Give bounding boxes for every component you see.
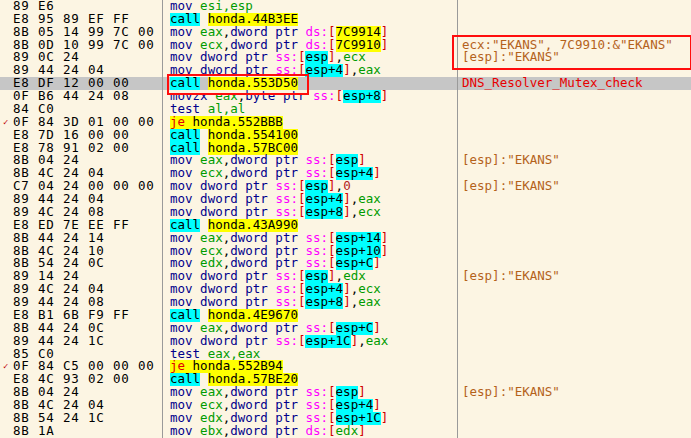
token-m: dword ptr [230,412,305,425]
token-t: honda.552B94 [185,360,283,373]
table-row[interactable]: 89 44 24 04mov dword ptr ss:[esp+4],eax [0,193,691,206]
table-row[interactable]: E8 95 89 EF FFcall honda.44B3EE [0,13,691,26]
token-b: ] [328,51,336,64]
token-c: call [170,129,200,142]
token-h: esp [336,386,359,399]
table-row[interactable]: 8B 54 24 1Cmov edx,dword ptr ss:[esp+1C] [0,412,691,425]
token-r: edx [336,425,359,438]
token-s: ss: [275,180,298,193]
token-h: esp+4 [336,399,374,412]
table-row[interactable]: 8B 1Amov ebx,dword ptr ds:[edx] [0,425,691,438]
table-row[interactable]: 89 14 24mov dword ptr ss:[esp],edx[esp]:… [0,270,691,283]
table-row[interactable]: 89 44 24 08mov dword ptr ss:[esp+8],eax [0,296,691,309]
token-t: honda.553D50 [208,77,298,90]
table-row[interactable]: 8B 0D 10 99 7C 00mov ecx,dword ptr ds:[7… [0,39,691,52]
token-r: esi,esp [200,0,253,13]
table-row[interactable]: 85 C0test eax,eax [0,348,691,361]
instruction-bytes: 0F 84 3D 01 00 00 [13,116,162,129]
token-m: dword ptr [200,64,275,77]
table-row[interactable]: 8B 04 24mov eax,dword ptr ss:[esp][esp]:… [0,386,691,399]
token-s: ss: [275,193,298,206]
token-b: ] [373,257,381,270]
table-row[interactable]: 8B 4C 24 10mov ecx,dword ptr ss:[esp+10] [0,245,691,258]
token-m: mov [170,180,200,193]
auto-comment: ecx:"EKANS", 7C9910:&"EKANS" [457,39,691,52]
token-s: ds: [305,26,328,39]
table-row[interactable]: 84 C0test al,al [0,103,691,116]
instruction-bytes: 8B 04 24 [13,154,162,167]
auto-comment: [esp]:"EKANS" [457,386,691,399]
token-h: esp+8 [305,206,343,219]
table-row[interactable]: 8B 54 24 0Cmov edx,dword ptr ss:[esp+C] [0,258,691,271]
instruction-text: call honda.4E9670 [162,309,457,322]
token-s: ss: [305,322,328,335]
instruction-text: mov dword ptr ss:[esp+4],eax [162,64,457,77]
table-row[interactable]: E8 B1 6B F9 FFcall honda.4E9670 [0,309,691,322]
token-m: mov [170,425,200,438]
token-m: mov [170,206,200,219]
table-row[interactable]: 89 E6mov esi,esp [0,0,691,13]
token-b: ] [381,39,389,52]
token-m: mov [170,154,200,167]
token-m: dword ptr [200,283,275,296]
token-s: ss: [275,64,298,77]
token-t: honda.44B3EE [208,13,298,26]
table-row[interactable]: 89 44 24 1Cmov dword ptr ss:[esp+1C],eax [0,335,691,348]
token-h: esp+8 [343,90,381,103]
token-m: mov [170,412,200,425]
token-s: ss: [305,167,328,180]
column-separator-bytes-disasm[interactable] [162,0,163,438]
token-m: movzx [170,90,215,103]
instruction-bytes: E8 DF 12 00 00 [13,77,162,90]
instruction-bytes: 8B 4C 24 10 [13,245,162,258]
table-row[interactable]: E8 78 91 02 00call honda.57BC00 [0,142,691,155]
instruction-bytes: 0F 84 C5 00 00 00 [13,360,162,373]
table-row[interactable]: 8B 44 24 14mov eax,dword ptr ss:[esp+14] [0,232,691,245]
token-r: eax [366,335,389,348]
token-b: [ [328,399,336,412]
table-row[interactable]: E8 ED 7E EE FFcall honda.43A990 [0,219,691,232]
jump-direction-icon: ✓ [0,360,13,373]
instruction-text: call honda.57BE20 [162,373,457,386]
token-m: dword ptr [230,257,305,270]
token-b: ] [343,193,351,206]
instruction-bytes: 89 44 24 1C [13,335,162,348]
token-m: byte ptr [245,90,313,103]
token-m: mov [170,335,200,348]
token-r: edx [200,257,223,270]
instruction-bytes: 89 4C 24 08 [13,206,162,219]
table-row[interactable]: 89 4C 24 04mov dword ptr ss:[esp+4],ecx [0,283,691,296]
token-b: [ [328,425,336,438]
table-row[interactable]: E8 DF 12 00 00call honda.553D50DNS_Resol… [0,77,691,90]
table-row[interactable]: ✓0F 84 C5 00 00 00je honda.552B94 [0,361,691,374]
instruction-text: mov eax,dword ptr ss:[esp+C] [162,322,457,335]
token-m: dword ptr [230,322,305,335]
instruction-bytes: E8 7D 16 00 00 [13,129,162,142]
table-row[interactable]: 8B 44 24 0Cmov eax,dword ptr ss:[esp+C] [0,322,691,335]
table-row[interactable]: 0F B6 44 24 08movzx eax,byte ptr ss:[esp… [0,90,691,103]
table-row[interactable]: E8 7D 16 00 00call honda.554100 [0,129,691,142]
table-row[interactable]: 8B 4C 24 04mov ecx,dword ptr ss:[esp+4] [0,399,691,412]
instruction-text: call honda.554100 [162,129,457,142]
table-row[interactable]: C7 04 24 00 00 00 00mov dword ptr ss:[es… [0,180,691,193]
table-row[interactable]: 8B 04 24mov eax,dword ptr ss:[esp][esp]:… [0,155,691,168]
token-s: ss: [275,335,298,348]
token-t: honda.554100 [208,129,298,142]
table-row[interactable]: 89 44 24 04mov dword ptr ss:[esp+4],eax [0,64,691,77]
token-s: ss: [275,270,298,283]
token-r: ecx [200,167,223,180]
table-row[interactable]: 89 4C 24 08mov dword ptr ss:[esp+8],ecx [0,206,691,219]
instruction-bytes: 8B 04 24 [13,386,162,399]
instruction-bytes: E8 4C 93 02 00 [13,373,162,386]
table-row[interactable]: ✓0F 84 3D 01 00 00je honda.552BBB [0,116,691,129]
table-row[interactable]: 89 0C 24mov dword ptr ss:[esp],ecx[esp]:… [0,52,691,65]
column-separator-disasm-comment[interactable] [457,0,458,438]
table-row[interactable]: 8B 4C 24 04mov ecx,dword ptr ss:[esp+4] [0,167,691,180]
token-m: mov [170,245,200,258]
table-row[interactable]: 8B 05 14 99 7C 00mov eax,dword ptr ds:[7… [0,26,691,39]
instruction-bytes: 89 E6 [13,0,162,13]
token-r: edx [343,270,366,283]
token-b: [ [336,90,344,103]
table-row[interactable]: E8 4C 93 02 00call honda.57BE20 [0,373,691,386]
token-p [200,373,208,386]
